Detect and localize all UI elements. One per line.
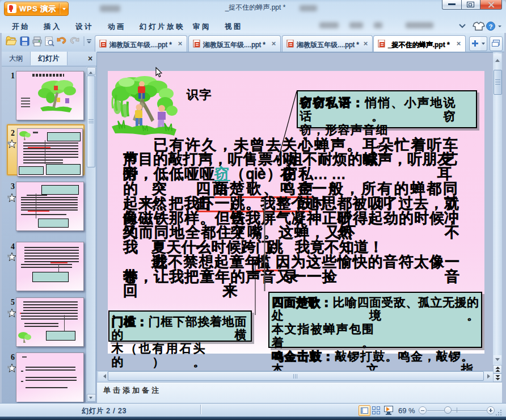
svg-text:?: ? bbox=[489, 23, 493, 30]
